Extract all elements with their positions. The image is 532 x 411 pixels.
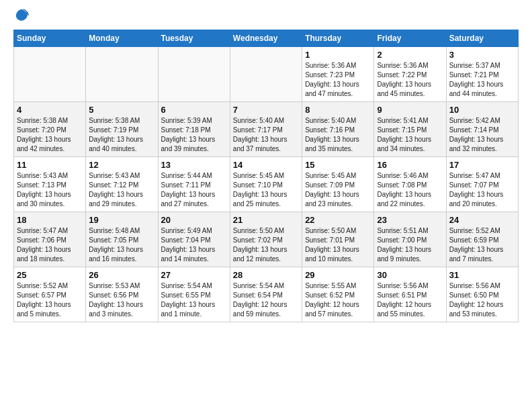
logo (13, 11, 30, 23)
cell-info: Sunrise: 5:49 AMSunset: 7:04 PMDaylight:… (161, 226, 227, 264)
weekday-header-sunday: Sunday (14, 30, 86, 47)
cell-info: Sunrise: 5:37 AMSunset: 7:21 PMDaylight:… (449, 61, 515, 99)
calendar-week-2: 4 Sunrise: 5:38 AMSunset: 7:20 PMDayligh… (14, 102, 519, 157)
calendar-cell: 15 Sunrise: 5:45 AMSunset: 7:09 PMDaylig… (302, 157, 374, 212)
day-number: 31 (449, 270, 515, 280)
calendar-cell: 26 Sunrise: 5:53 AMSunset: 6:56 PMDaylig… (86, 267, 158, 322)
day-number: 20 (161, 215, 227, 225)
calendar-cell: 6 Sunrise: 5:39 AMSunset: 7:18 PMDayligh… (158, 102, 230, 157)
day-number: 5 (89, 105, 154, 115)
day-number: 15 (305, 160, 371, 170)
day-number: 22 (305, 215, 371, 225)
cell-info: Sunrise: 5:54 AMSunset: 6:54 PMDaylight:… (233, 281, 299, 319)
cell-info: Sunrise: 5:56 AMSunset: 6:50 PMDaylight:… (449, 281, 515, 319)
calendar-cell: 4 Sunrise: 5:38 AMSunset: 7:20 PMDayligh… (14, 102, 86, 157)
calendar-cell: 2 Sunrise: 5:36 AMSunset: 7:22 PMDayligh… (374, 47, 446, 102)
cell-info: Sunrise: 5:53 AMSunset: 6:56 PMDaylight:… (89, 281, 154, 319)
cell-info: Sunrise: 5:44 AMSunset: 7:11 PMDaylight:… (161, 171, 227, 209)
day-number: 4 (17, 105, 83, 115)
calendar-cell: 17 Sunrise: 5:47 AMSunset: 7:07 PMDaylig… (446, 157, 518, 212)
calendar-cell: 24 Sunrise: 5:52 AMSunset: 6:59 PMDaylig… (446, 212, 518, 267)
day-number: 17 (449, 160, 515, 170)
cell-info: Sunrise: 5:54 AMSunset: 6:55 PMDaylight:… (161, 281, 227, 319)
cell-info: Sunrise: 5:48 AMSunset: 7:05 PMDaylight:… (89, 226, 154, 264)
cell-info: Sunrise: 5:45 AMSunset: 7:10 PMDaylight:… (233, 171, 299, 209)
calendar-cell: 8 Sunrise: 5:40 AMSunset: 7:16 PMDayligh… (302, 102, 374, 157)
cell-info: Sunrise: 5:52 AMSunset: 6:59 PMDaylight:… (449, 226, 515, 264)
day-number: 9 (377, 105, 443, 115)
day-number: 11 (17, 160, 83, 170)
cell-info: Sunrise: 5:55 AMSunset: 6:52 PMDaylight:… (305, 281, 371, 319)
cell-info: Sunrise: 5:40 AMSunset: 7:16 PMDaylight:… (305, 116, 371, 154)
day-number: 23 (377, 215, 443, 225)
calendar-cell: 16 Sunrise: 5:46 AMSunset: 7:08 PMDaylig… (374, 157, 446, 212)
day-number: 3 (449, 50, 515, 60)
calendar-cell: 23 Sunrise: 5:51 AMSunset: 7:00 PMDaylig… (374, 212, 446, 267)
calendar-cell: 10 Sunrise: 5:42 AMSunset: 7:14 PMDaylig… (446, 102, 518, 157)
weekday-header-wednesday: Wednesday (230, 30, 302, 47)
calendar-cell: 7 Sunrise: 5:40 AMSunset: 7:17 PMDayligh… (230, 102, 302, 157)
cell-info: Sunrise: 5:43 AMSunset: 7:12 PMDaylight:… (89, 171, 154, 209)
day-number: 24 (449, 215, 515, 225)
calendar-week-3: 11 Sunrise: 5:43 AMSunset: 7:13 PMDaylig… (14, 157, 519, 212)
calendar-cell: 13 Sunrise: 5:44 AMSunset: 7:11 PMDaylig… (158, 157, 230, 212)
day-number: 21 (233, 215, 299, 225)
day-number: 25 (17, 270, 83, 280)
cell-info: Sunrise: 5:43 AMSunset: 7:13 PMDaylight:… (17, 171, 83, 209)
day-number: 29 (305, 270, 371, 280)
calendar-week-1: 1 Sunrise: 5:36 AMSunset: 7:23 PMDayligh… (14, 47, 519, 102)
calendar-cell (14, 47, 86, 102)
calendar-week-5: 25 Sunrise: 5:52 AMSunset: 6:57 PMDaylig… (14, 267, 519, 322)
calendar-cell: 21 Sunrise: 5:50 AMSunset: 7:02 PMDaylig… (230, 212, 302, 267)
cell-info: Sunrise: 5:56 AMSunset: 6:51 PMDaylight:… (377, 281, 443, 319)
day-number: 16 (377, 160, 443, 170)
cell-info: Sunrise: 5:50 AMSunset: 7:01 PMDaylight:… (305, 226, 371, 264)
cell-info: Sunrise: 5:38 AMSunset: 7:20 PMDaylight:… (17, 116, 83, 154)
day-number: 2 (377, 50, 443, 60)
calendar-cell: 29 Sunrise: 5:55 AMSunset: 6:52 PMDaylig… (302, 267, 374, 322)
day-number: 27 (161, 270, 227, 280)
calendar-cell: 25 Sunrise: 5:52 AMSunset: 6:57 PMDaylig… (14, 267, 86, 322)
cell-info: Sunrise: 5:46 AMSunset: 7:08 PMDaylight:… (377, 171, 443, 209)
cell-info: Sunrise: 5:40 AMSunset: 7:17 PMDaylight:… (233, 116, 299, 154)
day-number: 19 (89, 215, 154, 225)
calendar-cell (158, 47, 230, 102)
day-number: 14 (233, 160, 299, 170)
calendar-cell: 19 Sunrise: 5:48 AMSunset: 7:05 PMDaylig… (86, 212, 158, 267)
day-number: 7 (233, 105, 299, 115)
day-number: 28 (233, 270, 299, 280)
cell-info: Sunrise: 5:42 AMSunset: 7:14 PMDaylight:… (449, 116, 515, 154)
calendar-cell: 12 Sunrise: 5:43 AMSunset: 7:12 PMDaylig… (86, 157, 158, 212)
calendar-cell: 31 Sunrise: 5:56 AMSunset: 6:50 PMDaylig… (446, 267, 518, 322)
day-number: 6 (161, 105, 227, 115)
cell-info: Sunrise: 5:52 AMSunset: 6:57 PMDaylight:… (17, 281, 83, 319)
cell-info: Sunrise: 5:45 AMSunset: 7:09 PMDaylight:… (305, 171, 371, 209)
weekday-header-saturday: Saturday (446, 30, 518, 47)
cell-info: Sunrise: 5:41 AMSunset: 7:15 PMDaylight:… (377, 116, 443, 154)
cell-info: Sunrise: 5:36 AMSunset: 7:22 PMDaylight:… (377, 61, 443, 99)
calendar-cell: 20 Sunrise: 5:49 AMSunset: 7:04 PMDaylig… (158, 212, 230, 267)
weekday-header-friday: Friday (374, 30, 446, 47)
day-number: 12 (89, 160, 154, 170)
cell-info: Sunrise: 5:47 AMSunset: 7:07 PMDaylight:… (449, 171, 515, 209)
cell-info: Sunrise: 5:36 AMSunset: 7:23 PMDaylight:… (305, 61, 371, 99)
day-number: 8 (305, 105, 371, 115)
calendar-cell: 1 Sunrise: 5:36 AMSunset: 7:23 PMDayligh… (302, 47, 374, 102)
calendar-table: SundayMondayTuesdayWednesdayThursdayFrid… (13, 30, 519, 322)
cell-info: Sunrise: 5:39 AMSunset: 7:18 PMDaylight:… (161, 116, 227, 154)
weekday-header-monday: Monday (86, 30, 158, 47)
weekday-header-thursday: Thursday (302, 30, 374, 47)
calendar-cell (230, 47, 302, 102)
cell-info: Sunrise: 5:51 AMSunset: 7:00 PMDaylight:… (377, 226, 443, 264)
calendar-cell (86, 47, 158, 102)
cell-info: Sunrise: 5:47 AMSunset: 7:06 PMDaylight:… (17, 226, 83, 264)
logo-icon (15, 8, 30, 23)
calendar-cell: 27 Sunrise: 5:54 AMSunset: 6:55 PMDaylig… (158, 267, 230, 322)
calendar-cell: 3 Sunrise: 5:37 AMSunset: 7:21 PMDayligh… (446, 47, 518, 102)
calendar-cell: 18 Sunrise: 5:47 AMSunset: 7:06 PMDaylig… (14, 212, 86, 267)
calendar-cell: 30 Sunrise: 5:56 AMSunset: 6:51 PMDaylig… (374, 267, 446, 322)
cell-info: Sunrise: 5:50 AMSunset: 7:02 PMDaylight:… (233, 226, 299, 264)
day-number: 13 (161, 160, 227, 170)
day-number: 26 (89, 270, 154, 280)
calendar-cell: 22 Sunrise: 5:50 AMSunset: 7:01 PMDaylig… (302, 212, 374, 267)
